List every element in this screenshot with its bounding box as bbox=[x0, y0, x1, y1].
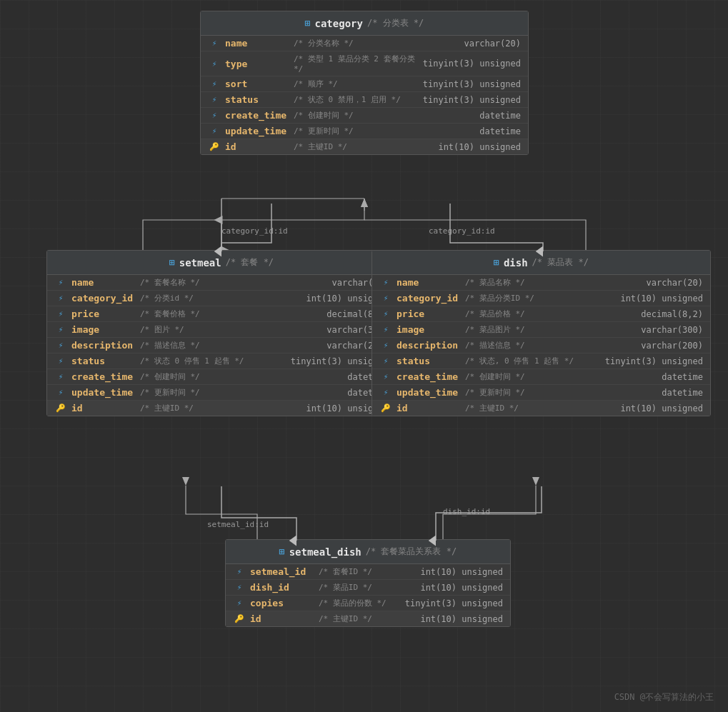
field-type: int(10) unsigned bbox=[438, 142, 521, 152]
field-comment: /* 描述信息 */ bbox=[140, 340, 322, 351]
field-type: int(10) unsigned bbox=[420, 614, 503, 624]
connector-label-setmeal-id: setmeal_id:id bbox=[207, 520, 269, 529]
table-setmeal-dish-header: ⊞ setmeal_dish /* 套餐菜品关系表 */ bbox=[226, 540, 510, 564]
fk-icon: ⚡ bbox=[54, 341, 67, 351]
table-row: ⚡ category_id /* 菜品分类ID */ int(10) unsig… bbox=[372, 291, 710, 306]
pk-icon: 🔑 bbox=[379, 403, 392, 413]
connector-label-dish-id: dish_id:id bbox=[443, 507, 490, 516]
field-comment: /* 顺序 */ bbox=[294, 79, 419, 89]
field-comment: /* 分类id */ bbox=[140, 293, 301, 304]
fk-icon: ⚡ bbox=[379, 356, 392, 366]
table-row: ⚡ create_time /* 创建时间 */ datetime bbox=[201, 108, 528, 124]
table-row: ⚡ image /* 图片 */ varchar(300) bbox=[47, 322, 396, 338]
field-comment: /* 分类名称 */ bbox=[294, 38, 460, 49]
field-comment: /* 菜品名称 */ bbox=[465, 277, 642, 288]
table-row: ⚡ status /* 状态, 0 停售 1 起售 */ tinyint(3) … bbox=[372, 354, 710, 369]
field-name-pk: id bbox=[71, 403, 136, 413]
pk-icon: 🔑 bbox=[54, 403, 67, 413]
field-type: datetime bbox=[479, 111, 521, 121]
fk-icon: ⚡ bbox=[208, 111, 221, 121]
field-comment: /* 菜品图片 */ bbox=[465, 324, 637, 335]
fk-icon: ⚡ bbox=[54, 372, 67, 382]
field-comment: /* 菜品ID */ bbox=[319, 582, 416, 593]
table-icon-setmeal: ⊞ bbox=[169, 257, 175, 268]
field-type: datetime bbox=[479, 126, 521, 136]
field-comment: /* 主键ID */ bbox=[294, 141, 434, 152]
field-comment: /* 更新时间 */ bbox=[140, 387, 343, 398]
field-comment: /* 描述信息 */ bbox=[465, 340, 637, 351]
field-comment: /* 图片 */ bbox=[140, 324, 322, 335]
fk-icon: ⚡ bbox=[379, 388, 392, 398]
field-type: varchar(20) bbox=[647, 278, 703, 288]
table-icon-setmeal-dish: ⊞ bbox=[279, 546, 285, 557]
field-comment: /* 套餐名称 */ bbox=[140, 277, 328, 288]
table-name-setmeal: setmeal bbox=[179, 257, 221, 269]
fk-icon: ⚡ bbox=[54, 294, 67, 304]
field-name: image bbox=[71, 324, 136, 335]
field-name: status bbox=[71, 356, 136, 366]
field-name: create_time bbox=[225, 110, 289, 121]
fk-icon: ⚡ bbox=[208, 59, 221, 69]
field-name: price bbox=[397, 309, 461, 319]
table-category-header: ⊞ category /* 分类表 */ bbox=[201, 11, 528, 36]
connector-label-cat-dish: category_id:id bbox=[429, 226, 495, 236]
table-row: ⚡ update_time /* 更新时间 */ datetime bbox=[201, 124, 528, 139]
field-comment: /* 更新时间 */ bbox=[465, 387, 657, 398]
field-type: datetime bbox=[662, 372, 703, 382]
field-name: update_time bbox=[225, 126, 289, 136]
fk-icon: ⚡ bbox=[379, 309, 392, 319]
field-type: int(10) unsigned bbox=[620, 403, 703, 413]
field-comment: /* 类型 1 菜品分类 2 套餐分类 */ bbox=[294, 54, 419, 74]
field-name: price bbox=[71, 309, 136, 319]
field-name: sort bbox=[225, 79, 289, 89]
field-comment: /* 状态, 0 停售 1 起售 */ bbox=[465, 356, 601, 366]
table-row: ⚡ type /* 类型 1 菜品分类 2 套餐分类 */ tinyint(3)… bbox=[201, 51, 528, 76]
field-type: int(10) unsigned bbox=[420, 567, 503, 577]
field-name: create_time bbox=[397, 371, 461, 382]
table-row: ⚡ update_time /* 更新时间 */ datetime bbox=[372, 385, 710, 401]
table-row: ⚡ name /* 菜品名称 */ varchar(20) bbox=[372, 275, 710, 291]
field-type: int(10) unsigned bbox=[420, 583, 503, 593]
table-name-setmeal-dish: setmeal_dish bbox=[289, 546, 361, 558]
table-row: ⚡ description /* 描述信息 */ varchar(200) bbox=[47, 338, 396, 354]
table-row: 🔑 id /* 主键ID */ int(10) unsigned bbox=[372, 401, 710, 416]
table-row: ⚡ update_time /* 更新时间 */ datetime bbox=[47, 385, 396, 401]
field-type: tinyint(3) unsigned bbox=[423, 59, 521, 69]
table-row: ⚡ name /* 套餐名称 */ varchar(20) bbox=[47, 275, 396, 291]
field-comment: /* 套餐价格 */ bbox=[140, 309, 322, 319]
fk-icon: ⚡ bbox=[233, 567, 246, 577]
field-comment: /* 更新时间 */ bbox=[294, 126, 475, 136]
field-name: dish_id bbox=[250, 582, 314, 593]
table-setmeal: ⊞ setmeal /* 套餐 */ ⚡ name /* 套餐名称 */ var… bbox=[46, 250, 397, 416]
table-comment-setmeal-dish: /* 套餐菜品关系表 */ bbox=[366, 546, 457, 558]
fk-icon: ⚡ bbox=[233, 598, 246, 608]
table-category: ⊞ category /* 分类表 */ ⚡ name /* 分类名称 */ v… bbox=[200, 11, 529, 155]
field-comment: /* 创建时间 */ bbox=[294, 110, 475, 121]
field-name: category_id bbox=[71, 293, 136, 304]
field-type: tinyint(3) unsigned bbox=[605, 356, 703, 366]
field-name: name bbox=[71, 277, 136, 288]
field-comment: /* 主键ID */ bbox=[140, 403, 301, 413]
field-name: description bbox=[397, 340, 461, 351]
connector-label-cat-setmeal: category_id:id bbox=[221, 226, 288, 236]
field-type: tinyint(3) unsigned bbox=[423, 95, 521, 105]
table-row: ⚡ price /* 菜品价格 */ decimal(8,2) bbox=[372, 306, 710, 322]
table-name-category: category bbox=[315, 18, 363, 29]
table-row: ⚡ status /* 状态 0 禁用，1 启用 */ tinyint(3) u… bbox=[201, 92, 528, 108]
table-row: ⚡ setmeal_id /* 套餐ID */ int(10) unsigned bbox=[226, 564, 510, 580]
table-row: ⚡ create_time /* 创建时间 */ datetime bbox=[47, 369, 396, 385]
field-comment: /* 状态 0 停售 1 起售 */ bbox=[140, 356, 286, 366]
watermark: CSDN @不会写算法的小王 bbox=[614, 691, 714, 703]
field-name: category_id bbox=[397, 293, 461, 304]
table-row: 🔑 id /* 主键ID */ int(10) unsigned bbox=[226, 611, 510, 626]
fk-icon: ⚡ bbox=[233, 583, 246, 593]
field-name-pk: id bbox=[225, 141, 289, 152]
fk-icon: ⚡ bbox=[54, 325, 67, 335]
field-comment: /* 菜品价格 */ bbox=[465, 309, 637, 319]
fk-icon: ⚡ bbox=[379, 325, 392, 335]
field-comment: /* 菜品的份数 */ bbox=[319, 598, 401, 608]
table-row: ⚡ name /* 分类名称 */ varchar(20) bbox=[201, 36, 528, 51]
fk-icon: ⚡ bbox=[208, 95, 221, 105]
table-row: ⚡ category_id /* 分类id */ int(10) unsigne… bbox=[47, 291, 396, 306]
field-name: copies bbox=[250, 598, 314, 608]
